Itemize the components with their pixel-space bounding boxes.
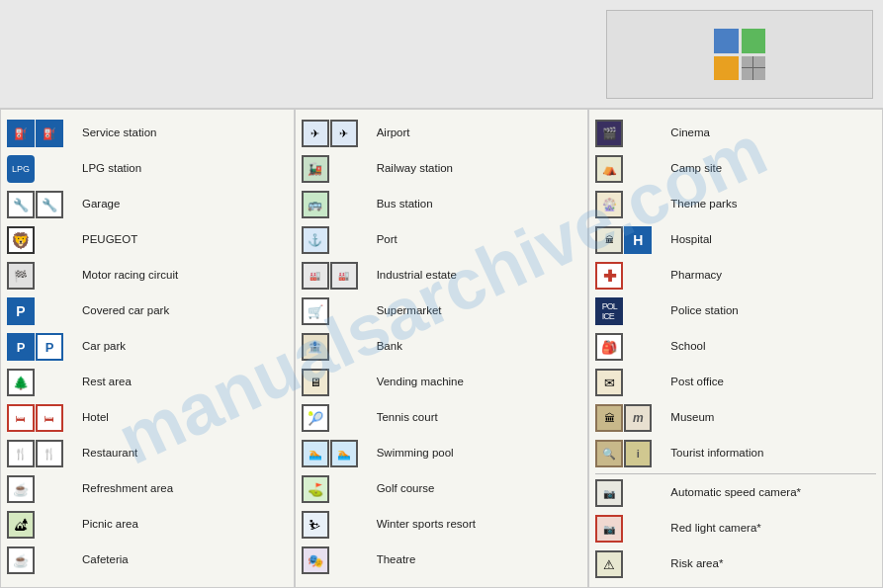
tourist-icon-2: i [624,440,652,467]
bank-label: Bank [377,340,402,354]
fuel-icon-1: ⛽ [7,120,35,147]
police-label: Police station [670,304,738,318]
supermarket-icon: 🛒 [302,297,329,325]
logo-orange [714,56,739,81]
list-item: ⛳ Golf course [302,473,582,505]
supermarket-label: Supermarket [377,304,442,318]
bus-icon: 🚌 [302,191,329,218]
cinema-icon: 🎬 [595,120,623,147]
port-icon: ⚓ [302,226,329,254]
themepark-icon: 🎡 [595,191,623,218]
rest-area-icon: 🌲 [7,369,35,396]
school-label: School [670,340,705,354]
list-item: P Covered car park [7,295,288,327]
railway-label: Railway station [377,162,453,176]
redlight-label: Red light camera* [670,522,760,536]
tourist-label: Tourist information [670,447,763,461]
list-item: ✈ ✈ Airport [302,118,582,149]
lpg-icon: LPG [7,155,35,183]
themepark-label: Theme parks [670,198,737,211]
hospital-icon-2: H [624,226,652,254]
riskarea-label: Risk area* [670,557,723,571]
covered-park-icon: P [7,297,35,325]
postoffice-icons: ✉ [595,369,664,396]
hospital-label: Hospital [670,233,712,247]
industrial-label: Industrial estate [377,269,457,283]
golf-label: Golf course [377,482,435,496]
list-item: 🔧 🔧 Garage [7,189,288,220]
tourist-icon-1: 🔍 [595,440,623,467]
campsite-icon: ⛺ [595,155,623,183]
list-item: ⚓ Port [302,224,582,256]
logo-grid [742,56,766,81]
postoffice-icon: ✉ [595,369,623,396]
list-item: 🖥 Vending machine [302,367,582,398]
list-item: 🎒 School [595,331,876,363]
speedcam-label: Automatic speed camera* [670,486,801,500]
column-3: 🎬 Cinema ⛺ Camp site 🎡 Theme parks 🏛 H [588,109,883,588]
list-item: 🎾 Tennis court [302,402,582,434]
bank-icon: 🏦 [302,333,329,361]
swimming-icon-1: 🏊 [302,440,329,467]
redlight-icons: 📷 [595,515,664,543]
police-icons: POLICE [595,297,664,325]
logo-icon [714,29,765,80]
railway-icons: 🚂 [302,155,371,183]
service-station-icons: ⛽ ⛽ [7,120,76,147]
racing-icon: 🏁 [7,262,35,290]
list-item: LPG LPG station [7,153,288,185]
railway-icon: 🚂 [302,155,329,183]
list-item: 🏊 🏊 Swimming pool [302,438,582,469]
hotel-icons: 🛏 🛏 [7,404,76,432]
rest-area-icons: 🌲 [7,369,76,396]
covered-park-label: Covered car park [82,304,169,318]
hotel-label: Hotel [82,411,109,425]
wrench-icon-2: 🔧 [36,191,63,218]
cafeteria-icon: ☕ [7,546,35,574]
header [0,0,883,109]
list-item: ⛷ Winter sports resort [302,509,582,541]
list-item: 🍴 🍴 Restaurant [7,438,288,469]
speedcam-icons: 📷 [595,479,664,507]
picnic-label: Picnic area [82,518,138,532]
cinema-label: Cinema [670,126,710,140]
theatre-icon: 🎭 [302,546,329,574]
industrial-icons: 🏭 🏭 [302,262,371,290]
list-item: 🚌 Bus station [302,189,582,220]
list-item: 🎡 Theme parks [595,189,876,220]
list-item: ✉ Post office [595,367,876,398]
list-item: 📷 Red light camera* [595,513,876,545]
vending-icon: 🖥 [302,369,329,396]
list-item: 🏕 Picnic area [7,509,288,541]
cinema-icons: 🎬 [595,120,664,147]
list-item: ⚠ Risk area* [595,548,876,580]
port-label: Port [377,233,397,247]
industrial-icon-1: 🏭 [302,262,329,290]
content-area: ⛽ ⛽ Service station LPG LPG station 🔧 🔧 … [0,109,883,588]
tennis-label: Tennis court [377,411,438,425]
list-item: 🛏 🛏 Hotel [7,402,288,434]
list-item: 🏁 Motor racing circuit [7,260,288,292]
car-park-icons: P P [7,333,76,361]
list-item: P P Car park [7,331,288,363]
fuel-icon-2: ⛽ [36,120,63,147]
list-item: 🚂 Railway station [302,153,582,185]
winter-icons: ⛷ [302,511,371,539]
picnic-icon: 🏕 [7,511,35,539]
golf-icons: ⛳ [302,475,371,503]
column-2: ✈ ✈ Airport 🚂 Railway station 🚌 Bus stat… [295,109,589,588]
theatre-label: Theatre [377,553,416,567]
airport-icons: ✈ ✈ [302,120,371,147]
winter-label: Winter sports resort [377,518,476,532]
racing-icons: 🏁 [7,262,76,290]
list-item: ⛺ Camp site [595,153,876,185]
bank-icons: 🏦 [302,333,371,361]
museum-label: Museum [670,411,714,425]
museum-icon-1: 🏛 [595,404,623,432]
peugeot-icon: 🦁 [7,226,35,254]
garage-label: Garage [82,198,120,211]
campsite-icons: ⛺ [595,155,664,183]
themepark-icons: 🎡 [595,191,664,218]
riskarea-icon: ⚠ [595,550,623,578]
list-item: ✚ Pharmacy [595,260,876,292]
